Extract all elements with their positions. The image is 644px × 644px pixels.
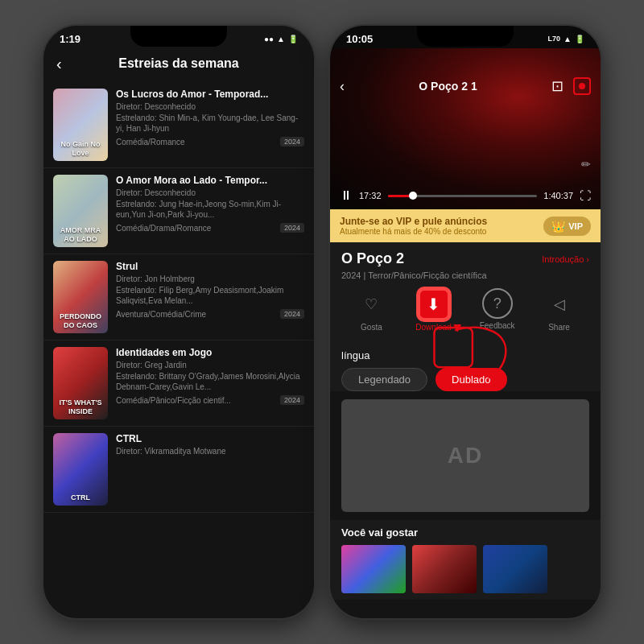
poster-text-1: No Gain No Love (53, 140, 108, 158)
battery-icon: 🔋 (288, 35, 298, 43)
movie-director-1: Diretor: Desconhecido (116, 102, 304, 111)
list-item[interactable]: IT'S WHAT'S INSIDE Identidades em Jogo D… (43, 341, 314, 427)
share-icon: ◁ (543, 288, 576, 320)
movie-poster-4: IT'S WHAT'S INSIDE (53, 347, 108, 419)
notch-2 (417, 26, 514, 47)
rec-item-1[interactable] (341, 545, 406, 593)
poster-text-2: AMOR MRA AO LADO (53, 226, 108, 244)
vip-sub-text: Atualmente há mais de 40% de desconto (340, 227, 487, 236)
movie-poster-1: No Gain No Love (53, 89, 108, 161)
detail-content: ‹ O Poço 2 1 ⊡ ✏ ⏸ (330, 48, 601, 618)
language-label: língua (341, 349, 589, 361)
legendado-button[interactable]: Legendado (341, 368, 427, 391)
progress-bar[interactable] (388, 195, 538, 197)
movie-genre-1: Comédia/Romance (116, 138, 185, 147)
fullscreen-button[interactable]: ⛶ (580, 189, 591, 202)
back-button-1[interactable]: ‹ (56, 55, 62, 73)
poster-text-5: CTRL (53, 493, 108, 502)
page-header-1: ‹ Estreias da semana (43, 48, 314, 79)
vip-badge[interactable]: 👑 VIP (543, 217, 591, 236)
status-icons-2: L70 ▲ 🔋 (548, 35, 584, 43)
video-title: O Poço 2 1 (419, 80, 477, 93)
battery-icon-2: 🔋 (575, 35, 584, 43)
record-icon[interactable] (573, 77, 591, 95)
movie-director-3: Diretor: Jon Holmberg (116, 275, 304, 283)
movie-info-5: CTRL Diretor: Vikramaditya Motwane (116, 433, 304, 457)
recommendation-row (341, 545, 589, 593)
data-speed-icon: L70 (548, 35, 561, 43)
movie-cast-3: Estrelando: Filip Berg,Amy Deasismont,Jo… (116, 285, 304, 306)
movie-info-2: O Amor Mora ao Lado - Tempor... Diretor:… (116, 175, 304, 233)
movie-title-3: Strul (116, 261, 304, 272)
feedback-label: Feedback (480, 321, 515, 330)
crown-icon: 👑 (551, 220, 565, 233)
page-title-1: Estreias da semana (118, 56, 238, 71)
list-item[interactable]: PERDONDO DO CAOS Strul Diretor: Jon Holm… (43, 254, 314, 341)
movie-poster-3: PERDONDO DO CAOS (53, 261, 108, 333)
movie-director-2: Diretor: Desconhecido (116, 188, 304, 197)
list-item[interactable]: CTRL CTRL Diretor: Vikramaditya Motwane (43, 427, 314, 513)
progress-dot (409, 192, 417, 200)
movie-title-1: Os Lucros do Amor - Temporad... (116, 89, 304, 100)
download-icon: ⬇ (418, 288, 450, 320)
action-buttons: ♡ Gosta ⬇ Download ? Feedback ◁ (341, 288, 589, 332)
video-top-bar: ‹ O Poço 2 1 ⊡ (330, 71, 601, 101)
movie-info-3: Strul Diretor: Jon Holmberg Estrelando: … (116, 261, 304, 319)
like-action-button[interactable]: ♡ Gosta (355, 288, 387, 332)
movie-detail-section: O Poço 2 Introdução › 2024 | Terror/Pâni… (330, 242, 601, 349)
ad-text: AD (448, 443, 483, 469)
vip-badge-label: VIP (568, 221, 583, 231)
time-2: 10:05 (346, 33, 373, 45)
list-item[interactable]: AMOR MRA AO LADO O Amor Mora ao Lado - T… (43, 168, 314, 254)
record-dot (579, 83, 585, 89)
poster-text-4: IT'S WHAT'S INSIDE (53, 398, 108, 416)
movie-list: No Gain No Love Os Lucros do Amor - Temp… (43, 79, 314, 618)
rec-item-3[interactable] (483, 545, 547, 593)
movie-title-2: O Amor Mora ao Lado - Tempor... (116, 175, 304, 186)
vip-banner[interactable]: Junte-se ao VIP e pule anúncios Atualmen… (330, 209, 601, 242)
movie-director-4: Diretor: Greg Jardin (116, 361, 304, 369)
vip-text-block: Junte-se ao VIP e pule anúncios Atualmen… (340, 216, 487, 236)
language-buttons: Legendado Dublado (341, 368, 589, 391)
movie-year-1: 2024 (280, 137, 304, 147)
feedback-action-button[interactable]: ? Feedback (480, 288, 515, 332)
movie-genre-row-3: Aventura/Comédia/Crime 2024 (116, 309, 304, 319)
share-action-button[interactable]: ◁ Share (543, 288, 576, 332)
edit-icon[interactable]: ✏ (581, 158, 591, 171)
video-back-button[interactable]: ‹ (340, 78, 345, 95)
current-time: 17:32 (359, 191, 382, 200)
dublado-button[interactable]: Dublado (436, 368, 506, 391)
like-label: Gosta (361, 323, 382, 332)
play-pause-button[interactable]: ⏸ (340, 188, 353, 203)
notch-1 (130, 26, 227, 47)
movie-genre-3: Aventura/Comédia/Crime (116, 310, 206, 319)
movie-detail-meta: 2024 | Terror/Pânico/Ficção científica (341, 270, 589, 280)
movie-info-4: Identidades em Jogo Diretor: Greg Jardin… (116, 347, 304, 405)
ad-section: AD (341, 399, 589, 512)
movie-genre-row-4: Comédia/Pânico/Ficção cientif... 2024 (116, 395, 304, 405)
movie-year-4: 2024 (280, 395, 304, 405)
movie-detail-title-row: O Poço 2 Introdução › (341, 250, 589, 267)
video-controls: ⏸ 17:32 1:40:37 ⛶ (340, 188, 591, 203)
list-item[interactable]: No Gain No Love Os Lucros do Amor - Temp… (43, 82, 314, 168)
download-label: Download (415, 323, 451, 332)
movie-year-3: 2024 (280, 309, 304, 319)
movie-genre-2: Comédia/Drama/Romance (116, 224, 211, 233)
phone-1: 1:19 ●● ▲ 🔋 ‹ Estreias da semana No Gain… (42, 24, 316, 620)
movie-director-5: Diretor: Vikramaditya Motwane (116, 447, 304, 456)
share-label: Share (548, 323, 570, 332)
movie-cast-1: Estrelando: Shin Min-a, Kim Young-dae, L… (116, 113, 304, 134)
movie-genre-row-1: Comédia/Romance 2024 (116, 137, 304, 147)
feedback-icon: ? (482, 288, 513, 319)
intro-link[interactable]: Introdução › (542, 254, 589, 264)
vip-main-text: Junte-se ao VIP e pule anúncios (340, 216, 487, 227)
video-player[interactable]: ‹ O Poço 2 1 ⊡ ✏ ⏸ (330, 48, 601, 209)
wifi-icon: ▲ (277, 35, 285, 43)
time-1: 1:19 (60, 33, 80, 45)
download-action-button[interactable]: ⬇ Download (415, 288, 451, 332)
cast-icon[interactable]: ⊡ (551, 77, 564, 95)
rec-item-2[interactable] (412, 545, 477, 593)
movie-year-2: 2024 (280, 223, 304, 233)
recommendations-title: Você vai gostar (341, 526, 589, 539)
wifi-icon-2: ▲ (564, 35, 572, 43)
